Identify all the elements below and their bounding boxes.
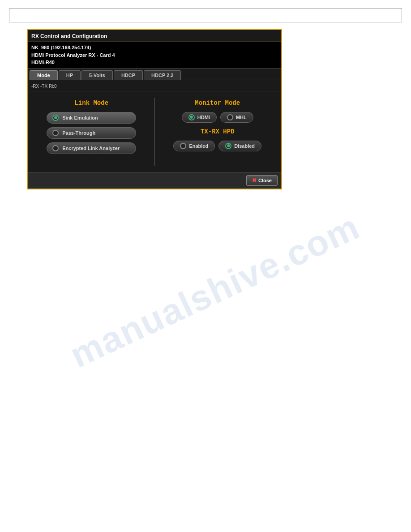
radio-monitor-hdmi-circle xyxy=(188,114,195,120)
close-button-label: Close xyxy=(258,178,272,183)
status-bar: -RX -TX Ri:0 xyxy=(28,80,281,91)
tx-rx-hpd-enabled-label: Enabled xyxy=(189,143,208,149)
link-mode-sink-emulation[interactable]: Sink Emulation xyxy=(47,112,136,124)
link-mode-panel: Link Mode Sink Emulation Pass-Through En… xyxy=(32,96,151,167)
monitor-mode-mhl-label: MHL xyxy=(236,115,247,120)
rx-control-dialog: RX Control and Configuration NK_980 (192… xyxy=(27,29,282,189)
radio-hpd-disabled-circle xyxy=(225,143,231,149)
link-mode-title: Link Mode xyxy=(74,99,108,107)
tx-rx-hpd-options: Enabled Disabled xyxy=(173,141,261,151)
tab-hp[interactable]: HP xyxy=(59,70,81,80)
right-panel: Monitor Mode HDMI MHL TX-RX HPD xyxy=(158,96,277,167)
tx-rx-hpd-disabled-label: Disabled xyxy=(234,143,255,149)
radio-sink-emulation-circle xyxy=(52,115,59,121)
monitor-mode-hdmi[interactable]: HDMI xyxy=(182,112,217,123)
radio-encrypted-link-circle xyxy=(52,145,59,151)
link-mode-pass-through[interactable]: Pass-Through xyxy=(47,127,136,139)
tab-hdcp[interactable]: HDCP xyxy=(114,70,143,80)
tx-rx-hpd-title: TX-RX HPD xyxy=(201,128,235,135)
tx-rx-hpd-section: TX-RX HPD Enabled Disabled xyxy=(173,128,261,151)
monitor-mode-section: Monitor Mode HDMI MHL xyxy=(182,99,253,123)
device-line2: HDMI Protocol Analyzer RX - Card 4 xyxy=(31,51,278,59)
radio-pass-through-circle xyxy=(52,130,59,136)
tab-hdcp22[interactable]: HDCP 2.2 xyxy=(144,70,181,80)
monitor-mode-title: Monitor Mode xyxy=(195,99,240,107)
tab-mode[interactable]: Mode xyxy=(30,70,58,80)
content-area: Link Mode Sink Emulation Pass-Through En… xyxy=(28,91,281,172)
radio-hpd-enabled-circle xyxy=(180,143,186,149)
link-mode-encrypted-link-label: Encrypted Link Analyzer xyxy=(62,146,120,151)
monitor-mode-options: HDMI MHL xyxy=(182,112,253,123)
status-text: -RX -TX Ri:0 xyxy=(31,84,57,89)
link-mode-sink-emulation-label: Sink Emulation xyxy=(62,115,98,120)
tabs-row: Mode HP 5-Volts HDCP HDCP 2.2 xyxy=(28,69,281,80)
link-mode-pass-through-label: Pass-Through xyxy=(62,130,95,136)
monitor-mode-hdmi-label: HDMI xyxy=(197,115,210,120)
device-line1: NK_980 (192.168.254.174) xyxy=(31,44,278,51)
close-x-icon: ✖ xyxy=(252,177,257,184)
tab-5volts[interactable]: 5-Volts xyxy=(81,70,113,80)
address-bar[interactable] xyxy=(9,8,402,22)
close-button[interactable]: ✖ Close xyxy=(246,175,278,186)
radio-monitor-mhl-circle xyxy=(227,114,233,120)
link-mode-encrypted-link[interactable]: Encrypted Link Analyzer xyxy=(47,142,136,154)
tx-rx-hpd-disabled[interactable]: Disabled xyxy=(218,141,261,151)
tx-rx-hpd-enabled[interactable]: Enabled xyxy=(173,141,215,151)
dialog-titlebar: RX Control and Configuration xyxy=(28,30,281,42)
panel-divider xyxy=(154,98,155,166)
device-info: NK_980 (192.168.254.174) HDMI Protocol A… xyxy=(28,42,281,69)
device-line3: HDMI-R40 xyxy=(31,59,278,66)
watermark-text: manualshive.com xyxy=(64,206,366,376)
monitor-mode-mhl[interactable]: MHL xyxy=(220,112,253,123)
dialog-footer: ✖ Close xyxy=(28,172,281,189)
dialog-title: RX Control and Configuration xyxy=(31,33,107,39)
